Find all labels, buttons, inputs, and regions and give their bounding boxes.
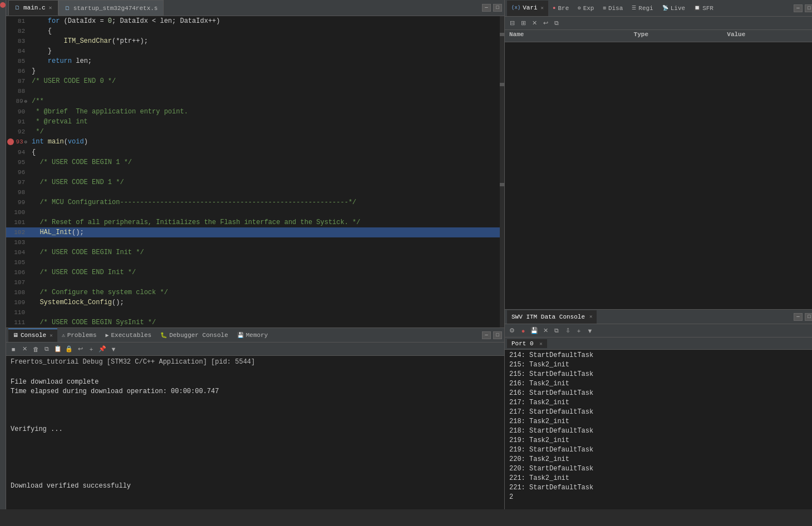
swv-add-btn[interactable]: + — [574, 326, 584, 336]
swv-toolbar: ⚙ ● 💾 ✕ ⧉ ⇩ + ▼ — [505, 324, 812, 338]
vars-header: Name Type Value — [505, 30, 812, 42]
line-num-102: 102 — [6, 227, 29, 237]
tab-swv[interactable]: SWV ITM Data Console ✕ — [507, 310, 597, 324]
code-line-89: 89⊖ /** — [6, 96, 500, 107]
swv-max-btn[interactable]: □ — [805, 313, 812, 321]
live-icon: 📡 — [662, 5, 668, 11]
maximize-btn[interactable]: □ — [493, 4, 502, 12]
code-line-92: 92 */ — [6, 127, 500, 137]
tab-debugger-console-label: Debugger Console — [169, 332, 228, 339]
swv-save-btn[interactable]: 💾 — [529, 326, 539, 336]
right-top-min-btn[interactable]: — — [794, 4, 803, 12]
fold-btn-89[interactable]: ⊖ — [24, 99, 27, 105]
swv-close[interactable]: ✕ — [589, 314, 592, 320]
tab-startup[interactable]: 🗋 startup_stm32g474retx.s — [58, 0, 164, 16]
code-lines-area[interactable]: 81 for (DataIdx = 0; DataIdx < len; Data… — [6, 16, 500, 327]
fold-btn-93[interactable]: ⊖ — [24, 140, 27, 145]
paste-btn[interactable]: 📋 — [53, 344, 63, 354]
swv-min-btn[interactable]: — — [794, 313, 803, 321]
tab-disassembly[interactable]: ⊞ Disa — [598, 1, 627, 16]
more-btn[interactable]: ▼ — [109, 344, 119, 354]
line-content-84: } — [29, 46, 500, 56]
port-0-tab[interactable]: Port 0 ✕ — [507, 339, 547, 348]
copy-right-btn[interactable]: ⧉ — [552, 18, 562, 28]
swv-record-btn[interactable]: ● — [518, 326, 528, 336]
code-line-88: 88 — [6, 86, 500, 96]
tab-problems[interactable]: ⚠ Problems — [57, 329, 101, 342]
tab-main-c-label: main.c — [23, 4, 46, 11]
code-line-87: 87 /* USER CODE END 0 */ — [6, 76, 500, 86]
vars-header-name: Name — [505, 30, 629, 42]
select-all-btn[interactable]: ⊞ — [518, 18, 528, 28]
tab-breakpoints[interactable]: ● Bre — [548, 1, 573, 16]
main-layout: 🗋 main.c ✕ 🗋 startup_stm32g474retx.s — □ — [0, 0, 812, 509]
tab-expressions[interactable]: ⚙ Exp — [573, 1, 598, 16]
copy-btn[interactable]: ⧉ — [42, 344, 52, 354]
debugger-icon: 🐛 — [160, 332, 167, 339]
minimize-btn[interactable]: — — [482, 4, 491, 12]
tab-debugger-console[interactable]: 🐛 Debugger Console — [156, 329, 233, 342]
swv-copy-btn[interactable]: ⧉ — [552, 326, 562, 336]
tab-variables-close[interactable]: ✕ — [541, 5, 544, 11]
scroll-lock-btn[interactable]: 🔒 — [64, 344, 74, 354]
line-num-92: 92 — [6, 127, 29, 137]
stop-btn[interactable]: ■ — [8, 344, 18, 354]
line-content-89: /** — [29, 96, 500, 106]
code-line-108: 108 /* Configure the system clock */ — [6, 287, 500, 297]
right-pane: (x) Vari ✕ ● Bre ⚙ Exp ⊞ Disa — [504, 0, 812, 509]
swv-more-btn[interactable]: ▼ — [585, 326, 595, 336]
swv-line-12: 220: Task2_init — [509, 455, 811, 464]
sfr-icon: 🔲 — [694, 5, 700, 11]
tab-main-c-close[interactable]: ✕ — [49, 4, 52, 11]
port-0-close[interactable]: ✕ — [539, 341, 542, 347]
new-console-btn[interactable]: + — [86, 344, 96, 354]
disa-icon: ⊞ — [603, 5, 606, 11]
swv-line-10: 219: Task2_init — [509, 436, 811, 445]
line-content-86: } — [29, 66, 500, 76]
disconnect-btn[interactable]: ✕ — [19, 344, 29, 354]
line-num-88: 88 — [6, 86, 29, 96]
tab-registers[interactable]: ☰ Regi — [627, 1, 657, 16]
right-top-max-btn[interactable]: □ — [805, 4, 812, 12]
regi-icon: ☰ — [632, 5, 636, 11]
tab-executables[interactable]: ▶ Executables — [101, 329, 156, 342]
restore-btn[interactable]: ↩ — [540, 18, 550, 28]
delete-btn[interactable]: ✕ — [529, 18, 539, 28]
swv-panel: SWV ITM Data Console ✕ — □ ⚙ ● 💾 ✕ ⧉ ⇩ — [505, 309, 812, 509]
tab-live[interactable]: 📡 Live — [658, 1, 690, 16]
swv-clear-btn[interactable]: ✕ — [540, 326, 550, 336]
code-line-81: 81 for (DataIdx = 0; DataIdx < len; Data… — [6, 16, 500, 26]
tab-variables[interactable]: (x) Vari ✕ — [507, 1, 548, 16]
line-num-107: 107 — [6, 277, 29, 287]
code-line-85: 85 return len; — [6, 56, 500, 66]
collapse-all-btn[interactable]: ⊟ — [507, 18, 517, 28]
tab-memory[interactable]: 💾 Memory — [233, 329, 273, 342]
word-wrap-btn[interactable]: ↩ — [75, 344, 85, 354]
code-line-86: 86 } — [6, 66, 500, 76]
executables-icon: ▶ — [105, 332, 109, 339]
line-content-81: for (DataIdx = 0; DataIdx < len; DataIdx… — [29, 16, 500, 26]
line-num-82: 82 — [6, 26, 29, 36]
swv-settings-btn[interactable]: ⚙ — [507, 326, 517, 336]
pin-btn[interactable]: 📌 — [97, 344, 107, 354]
tab-main-c[interactable]: 🗋 main.c ✕ — [8, 0, 58, 16]
tab-console[interactable]: 🖥 Console ✕ — [8, 329, 57, 342]
editor-scrollbar[interactable] — [500, 16, 504, 327]
swv-win-controls: — □ — [794, 313, 812, 321]
file-icon: 🗋 — [14, 4, 20, 11]
line-num-104: 104 — [6, 247, 29, 257]
swv-scroll-btn[interactable]: ⇩ — [563, 326, 573, 336]
swv-line-14: 221: Task2_init — [509, 474, 811, 483]
code-line-104: 104 /* USER CODE BEGIN Init */ — [6, 247, 500, 257]
file-icon-2: 🗋 — [65, 5, 70, 12]
bottom-minimize-btn[interactable]: — — [482, 331, 491, 339]
line-content-106: /* USER CODE END Init */ — [29, 267, 500, 277]
bottom-maximize-btn[interactable]: □ — [493, 331, 502, 339]
clear-btn[interactable]: 🗑 — [31, 344, 41, 354]
tab-console-close[interactable]: ✕ — [50, 333, 52, 339]
console-toolbar: ■ ✕ 🗑 ⧉ 📋 🔒 ↩ + 📌 ▼ — [6, 343, 504, 356]
editor-tab-bar: 🗋 main.c ✕ 🗋 startup_stm32g474retx.s — □ — [6, 0, 504, 16]
console-session: Freertos_tutorial Debug [STM32 C/C++ App… — [11, 358, 500, 366]
tab-sfr[interactable]: 🔲 SFR — [690, 1, 718, 16]
console-line-4 — [11, 396, 500, 406]
